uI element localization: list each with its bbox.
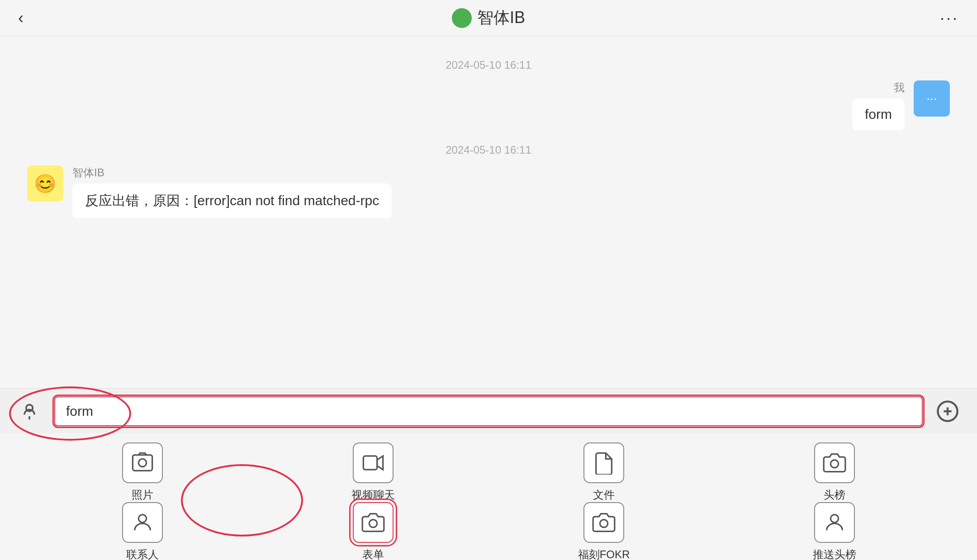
tool-contact[interactable]: 联系人 xyxy=(27,502,258,560)
file-icon-wrap xyxy=(583,442,624,483)
photo-icon-wrap xyxy=(122,442,163,483)
contact-label: 联系人 xyxy=(126,547,159,560)
svg-point-8 xyxy=(830,460,838,468)
fukr-label: 福刻FOKR xyxy=(578,547,630,560)
svg-point-11 xyxy=(600,520,607,527)
svg-rect-7 xyxy=(363,456,377,470)
user-avatar: ··· xyxy=(914,80,950,117)
bot-avatar: 😊 xyxy=(27,165,63,202)
input-area: form xyxy=(0,388,977,433)
svg-point-9 xyxy=(138,515,146,522)
received-bubble: 反应出错，原因：[error]can not find matched-rpc xyxy=(72,184,392,218)
tool-video[interactable]: 视频聊天 xyxy=(258,442,488,502)
svg-point-10 xyxy=(369,520,377,527)
sent-msg-content: 我 form xyxy=(852,80,905,130)
svg-point-12 xyxy=(830,515,838,522)
add-icon xyxy=(936,400,959,423)
tool-push[interactable]: 推送头榜 xyxy=(719,502,950,560)
header-title: 智体IB xyxy=(452,7,525,29)
camera-icon xyxy=(823,451,846,475)
timestamp-2: 2024-05-10 16:11 xyxy=(27,144,950,156)
push-icon xyxy=(823,511,846,534)
form-icon-wrap xyxy=(353,502,394,543)
tool-camera[interactable]: 头榜 xyxy=(719,442,950,502)
push-icon-wrap xyxy=(814,502,855,543)
photo-label: 照片 xyxy=(132,488,153,502)
header: ‹ 智体IB ··· xyxy=(0,0,977,36)
more-button[interactable]: ··· xyxy=(940,9,959,28)
message-row-sent: ··· 我 form xyxy=(27,80,950,130)
camera-label: 头榜 xyxy=(824,488,845,502)
chat-title: 智体IB xyxy=(477,7,525,29)
received-msg-content: 智体IB 反应出错，原因：[error]can not find matched… xyxy=(72,165,392,218)
contact-icon-wrap xyxy=(122,502,163,543)
photo-icon xyxy=(131,451,154,475)
form-label: 表单 xyxy=(362,547,384,560)
voice-button[interactable] xyxy=(14,395,45,427)
svg-rect-5 xyxy=(133,455,152,471)
tool-file[interactable]: 文件 xyxy=(488,442,719,502)
message-row-received: 😊 智体IB 反应出错，原因：[error]can not find match… xyxy=(27,165,950,218)
file-label: 文件 xyxy=(593,488,615,502)
fukr-icon-wrap xyxy=(583,502,624,543)
input-value: form xyxy=(66,404,93,419)
tool-fukr[interactable]: 福刻FOKR xyxy=(488,502,719,560)
sender-name-bot: 智体IB xyxy=(72,165,392,180)
svg-point-6 xyxy=(138,459,146,466)
video-icon-wrap xyxy=(353,442,394,483)
file-icon xyxy=(592,451,616,475)
timestamp-1: 2024-05-10 16:11 xyxy=(27,59,950,71)
tool-form[interactable]: 表单 xyxy=(258,502,488,560)
fukr-icon xyxy=(592,511,616,534)
form-camera-icon xyxy=(361,511,385,534)
push-label: 推送头榜 xyxy=(813,547,856,560)
bottom-toolbar: 照片 视频聊天 文件 头榜 xyxy=(0,433,977,560)
text-input[interactable]: form xyxy=(54,396,923,426)
sender-name-user: 我 xyxy=(894,80,905,95)
user-avatar-icon: ··· xyxy=(926,91,937,106)
contact-icon xyxy=(131,511,154,534)
camera-icon-wrap xyxy=(814,442,855,483)
tool-photo[interactable]: 照片 xyxy=(27,442,258,502)
voice-icon xyxy=(19,401,39,421)
bot-avatar-header xyxy=(452,8,472,28)
chat-area: 2024-05-10 16:11 ··· 我 form 2024-05-10 1… xyxy=(0,36,977,406)
sent-bubble: form xyxy=(852,99,905,130)
add-button[interactable] xyxy=(932,395,963,427)
video-icon xyxy=(361,451,385,475)
back-button[interactable]: ‹ xyxy=(18,9,24,28)
